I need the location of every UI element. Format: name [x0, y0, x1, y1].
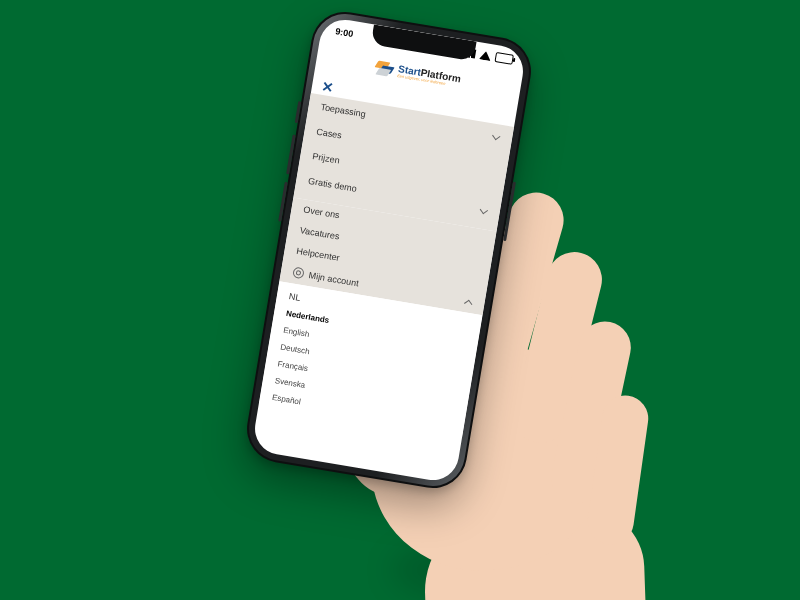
nav-label: Gratis demo [308, 176, 358, 194]
logo-text: StartPlatform Een uitgever, voor iederee… [397, 64, 462, 88]
status-time: 9:00 [335, 26, 354, 39]
wifi-icon [479, 50, 492, 61]
battery-icon [495, 52, 514, 65]
nav-label: Helpcenter [296, 246, 341, 263]
nav-label: Vacatures [299, 225, 340, 241]
nav-label: Toepassing [320, 102, 367, 119]
chevron-down-icon [479, 206, 488, 215]
chevron-down-icon [492, 132, 501, 141]
close-icon: ✕ [321, 78, 335, 96]
nav-label: Over ons [303, 204, 341, 220]
chevron-up-icon [464, 297, 473, 306]
account-icon [292, 267, 305, 280]
logo-mark-icon [375, 60, 395, 77]
phone-mockup: 9:00 StartPlatform Een uitgever, voor ie… [242, 7, 536, 493]
nav-label: Mijn account [308, 270, 359, 288]
nav-label: Prijzen [312, 151, 341, 165]
nav-label: Cases [316, 126, 343, 140]
